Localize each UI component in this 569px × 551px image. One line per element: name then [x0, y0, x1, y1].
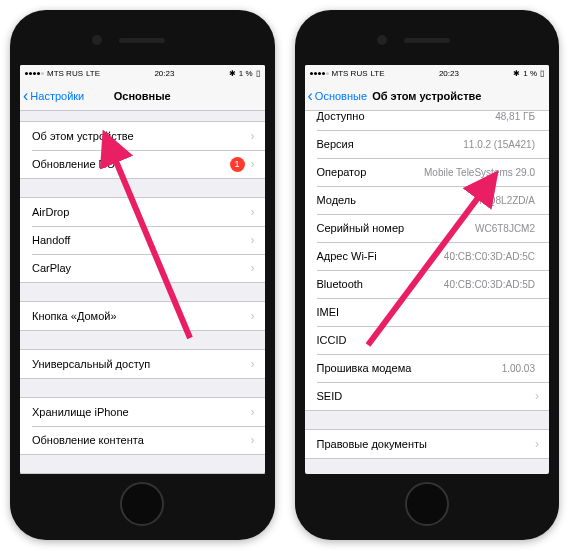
chevron-left-icon: ‹: [308, 88, 313, 104]
table-row: Адрес Wi-Fi40:CB:C0:3D:AD:5C: [305, 242, 550, 270]
row-value: 11.0.2 (15A421): [463, 139, 535, 150]
nav-bar: ‹ Основные Об этом устройстве: [305, 81, 550, 111]
table-row: IMEI: [305, 298, 550, 326]
table-row: Доступно48,81 ГБ: [305, 111, 550, 130]
speaker: [119, 38, 165, 43]
battery-icon: ▯: [256, 69, 260, 78]
table-row[interactable]: SEID›: [305, 382, 550, 410]
row-label: Bluetooth: [317, 278, 444, 290]
status-bar: MTS RUS LTE 20:23 ✱ 1 % ▯: [305, 65, 550, 81]
row-value: 48,81 ГБ: [495, 111, 535, 122]
row-label: Кнопка «Домой»: [32, 310, 251, 322]
back-label: Основные: [315, 90, 367, 102]
row-label: Версия: [317, 138, 464, 150]
carrier-label: MTS RUS: [332, 69, 368, 78]
signal-dots-icon: [310, 72, 329, 75]
row-label: Серийный номер: [317, 222, 475, 234]
speaker: [404, 38, 450, 43]
row-label: Об этом устройстве: [32, 130, 251, 142]
row-label: Доступно: [317, 111, 496, 122]
row-value: 40:CB:C0:3D:AD:5C: [444, 251, 535, 262]
battery-icon: ▯: [540, 69, 544, 78]
table-row[interactable]: Handoff›: [20, 226, 265, 254]
table-row: Серийный номерWC6T8JCM2: [305, 214, 550, 242]
row-label: Handoff: [32, 234, 251, 246]
table-row[interactable]: Кнопка «Домой»›: [20, 302, 265, 330]
status-time: 20:23: [154, 69, 174, 78]
row-value: MQ8L2ZD/A: [479, 195, 535, 206]
back-button[interactable]: ‹ Настройки: [20, 88, 84, 104]
row-label: Хранилище iPhone: [32, 406, 251, 418]
settings-group: Хранилище iPhone›Обновление контента›: [20, 397, 265, 455]
chevron-right-icon: ›: [251, 205, 255, 219]
battery-label: 1 %: [239, 69, 253, 78]
chevron-right-icon: ›: [251, 157, 255, 171]
row-value: WC6T8JCM2: [475, 223, 535, 234]
chevron-right-icon: ›: [251, 433, 255, 447]
screen-left: MTS RUS LTE 20:23 ✱ 1 % ▯ ‹ Настройки Ос…: [20, 65, 265, 474]
chevron-right-icon: ›: [535, 437, 539, 451]
row-label: CarPlay: [32, 262, 251, 274]
row-label: Модель: [317, 194, 480, 206]
table-row: Версия11.0.2 (15A421): [305, 130, 550, 158]
nav-title: Основные: [114, 90, 171, 102]
chevron-right-icon: ›: [535, 389, 539, 403]
carrier-label: MTS RUS: [47, 69, 83, 78]
nav-bar: ‹ Настройки Основные: [20, 81, 265, 111]
table-row: Прошивка модема1.00.03: [305, 354, 550, 382]
row-label: Обновление ПО: [32, 158, 230, 170]
table-row[interactable]: CarPlay›: [20, 254, 265, 282]
table-row[interactable]: Хранилище iPhone›: [20, 398, 265, 426]
camera: [377, 35, 387, 45]
table-row[interactable]: Об этом устройстве›: [20, 122, 265, 150]
signal-dots-icon: [25, 72, 44, 75]
table-row[interactable]: AirDrop›: [20, 198, 265, 226]
row-label: Обновление контента: [32, 434, 251, 446]
chevron-right-icon: ›: [251, 129, 255, 143]
table-row: ОператорMobile TeleSystems 29.0: [305, 158, 550, 186]
table-row: Bluetooth40:CB:C0:3D:AD:5D: [305, 270, 550, 298]
bluetooth-icon: ✱: [513, 69, 520, 78]
row-label: Оператор: [317, 166, 425, 178]
chevron-left-icon: ‹: [23, 88, 28, 104]
settings-group: Кнопка «Домой»›: [20, 301, 265, 331]
row-label: Правовые документы: [317, 438, 536, 450]
chevron-right-icon: ›: [251, 309, 255, 323]
settings-group: AirDrop›Handoff›CarPlay›: [20, 197, 265, 283]
row-label: SEID: [317, 390, 532, 402]
chevron-right-icon: ›: [251, 233, 255, 247]
home-button[interactable]: [120, 482, 164, 526]
settings-group: Доступно48,81 ГБВерсия11.0.2 (15A421)Опе…: [305, 111, 550, 411]
status-time: 20:23: [439, 69, 459, 78]
screen-right: MTS RUS LTE 20:23 ✱ 1 % ▯ ‹ Основные Об …: [305, 65, 550, 474]
phone-right: MTS RUS LTE 20:23 ✱ 1 % ▯ ‹ Основные Об …: [295, 10, 560, 540]
back-button[interactable]: ‹ Основные: [305, 88, 368, 104]
back-label: Настройки: [30, 90, 84, 102]
table-row: МодельMQ8L2ZD/A: [305, 186, 550, 214]
nav-title: Об этом устройстве: [372, 90, 481, 102]
row-label: Адрес Wi-Fi: [317, 250, 444, 262]
home-button[interactable]: [405, 482, 449, 526]
chevron-right-icon: ›: [251, 405, 255, 419]
table-row[interactable]: Обновление контента›: [20, 426, 265, 454]
notification-badge: 1: [230, 157, 245, 172]
table-row[interactable]: Правовые документы›: [305, 430, 550, 458]
about-list[interactable]: Доступно48,81 ГБВерсия11.0.2 (15A421)Опе…: [305, 111, 550, 474]
row-label: Универсальный доступ: [32, 358, 251, 370]
settings-list[interactable]: Об этом устройстве›Обновление ПО1›AirDro…: [20, 111, 265, 474]
settings-group: Универсальный доступ›: [20, 349, 265, 379]
row-value: 1.00.03: [502, 363, 535, 374]
battery-label: 1 %: [523, 69, 537, 78]
table-row[interactable]: Обновление ПО1›: [20, 150, 265, 178]
camera: [92, 35, 102, 45]
phone-left: MTS RUS LTE 20:23 ✱ 1 % ▯ ‹ Настройки Ос…: [10, 10, 275, 540]
row-label: ICCID: [317, 334, 536, 346]
row-label: AirDrop: [32, 206, 251, 218]
table-row[interactable]: Универсальный доступ›: [20, 350, 265, 378]
settings-group: Правовые документы›: [305, 429, 550, 459]
settings-group: ОграниченияВыкл.›: [20, 473, 265, 474]
chevron-right-icon: ›: [251, 357, 255, 371]
network-label: LTE: [86, 69, 100, 78]
row-label: IMEI: [317, 306, 536, 318]
table-row: ICCID: [305, 326, 550, 354]
